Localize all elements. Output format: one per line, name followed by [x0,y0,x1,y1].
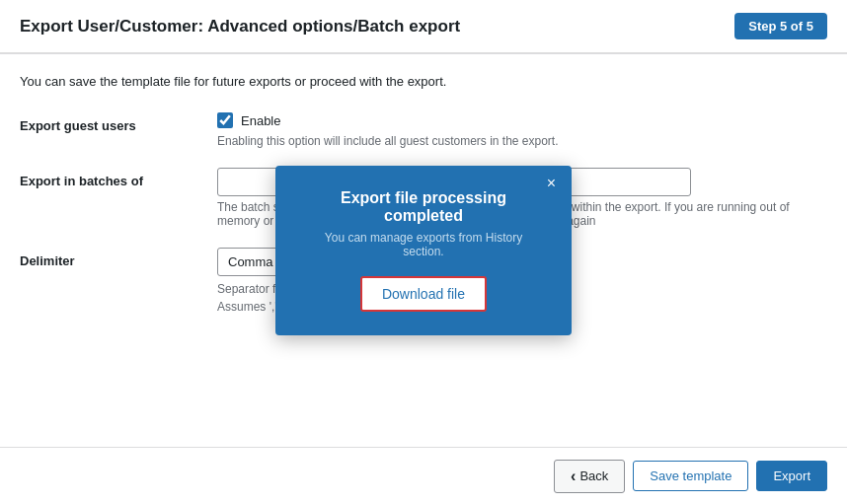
footer: Back Save template Export [0,447,847,504]
save-template-button[interactable]: Save template [633,461,748,491]
modal-close-button[interactable]: × [541,174,562,193]
main-content: You can save the template file for futur… [0,54,847,447]
modal-subtitle: You can manage exports from History sect… [303,231,544,258]
modal-title: Export file processing completed [303,189,544,225]
export-button[interactable]: Export [756,461,827,491]
header: Export User/Customer: Advanced options/B… [0,0,847,53]
back-button[interactable]: Back [554,460,625,493]
download-file-button[interactable]: Download file [360,276,487,312]
chevron-left-icon [571,468,576,485]
modal-dialog: × Export file processing completed You c… [275,166,572,335]
page-title: Export User/Customer: Advanced options/B… [20,17,460,36]
step-badge: Step 5 of 5 [734,13,827,39]
modal-overlay: × Export file processing completed You c… [0,54,847,447]
back-label: Back [579,468,608,483]
